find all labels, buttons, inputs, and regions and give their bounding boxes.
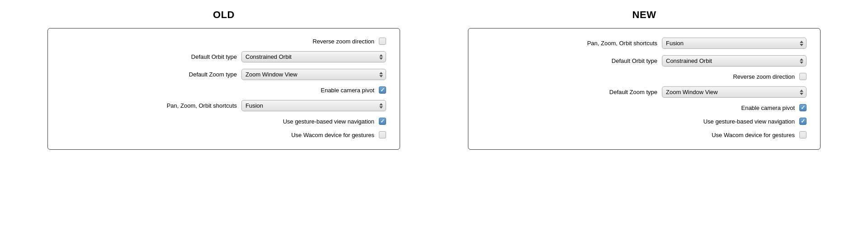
select-default-zoom-new[interactable]: Zoom Window View Zoom Extents Zoom Previ… — [662, 86, 807, 98]
checkbox-gesture-nav-old[interactable] — [379, 118, 386, 125]
checkbox-camera-pivot-old[interactable] — [379, 86, 386, 94]
new-panel: NEW Pan, Zoom, Orbit shortcuts Fusion So… — [434, 9, 854, 150]
select-pan-zoom-orbit-new[interactable]: Fusion SolidWorks Inventor Alias Maya — [662, 38, 807, 49]
row-default-orbit-new: Default Orbit type Constrained Orbit Fre… — [482, 55, 807, 67]
control-camera-pivot-old — [379, 86, 386, 94]
label-default-zoom-old: Default Zoom type — [189, 71, 237, 78]
select-wrapper-pan-zoom-orbit-new: Fusion SolidWorks Inventor Alias Maya — [662, 38, 807, 49]
checkbox-camera-pivot-new[interactable] — [799, 104, 807, 111]
label-pan-zoom-orbit-old: Pan, Zoom, Orbit shortcuts — [167, 102, 237, 109]
old-panel: OLD Reverse zoom direction Default Orbit… — [14, 9, 434, 150]
label-gesture-nav-new: Use gesture-based view navigation — [703, 118, 795, 125]
checkbox-wacom-new[interactable] — [799, 131, 807, 138]
select-wrapper-pan-zoom-orbit-old: Fusion SolidWorks Inventor Alias Maya — [241, 100, 386, 111]
row-gesture-nav-old: Use gesture-based view navigation — [61, 118, 386, 125]
select-default-orbit-old[interactable]: Constrained Orbit Free Orbit Turntable O… — [241, 51, 386, 62]
row-reverse-zoom-new: Reverse zoom direction — [482, 73, 807, 80]
label-pan-zoom-orbit-new: Pan, Zoom, Orbit shortcuts — [587, 40, 657, 47]
select-wrapper-default-zoom-new: Zoom Window View Zoom Extents Zoom Previ… — [662, 86, 807, 98]
label-gesture-nav-old: Use gesture-based view navigation — [283, 118, 374, 125]
select-pan-zoom-orbit-old[interactable]: Fusion SolidWorks Inventor Alias Maya — [241, 100, 386, 111]
control-default-orbit-new: Constrained Orbit Free Orbit Turntable O… — [662, 55, 807, 67]
control-reverse-zoom-old — [379, 38, 386, 45]
row-camera-pivot-new: Enable camera pivot — [482, 104, 807, 111]
select-wrapper-default-zoom-old: Zoom Window View Zoom Extents Zoom Previ… — [241, 69, 386, 80]
control-pan-zoom-orbit-new: Fusion SolidWorks Inventor Alias Maya — [662, 38, 807, 49]
label-default-zoom-new: Default Zoom type — [609, 89, 657, 95]
label-reverse-zoom-old: Reverse zoom direction — [312, 38, 374, 45]
row-default-zoom-new: Default Zoom type Zoom Window View Zoom … — [482, 86, 807, 98]
checkbox-reverse-zoom-old[interactable] — [379, 38, 386, 45]
select-default-zoom-old[interactable]: Zoom Window View Zoom Extents Zoom Previ… — [241, 69, 386, 80]
label-wacom-new: Use Wacom device for gestures — [712, 132, 795, 138]
new-settings-box: Pan, Zoom, Orbit shortcuts Fusion SolidW… — [468, 28, 821, 150]
checkbox-gesture-nav-new[interactable] — [799, 118, 807, 125]
control-camera-pivot-new — [799, 104, 807, 111]
row-wacom-old: Use Wacom device for gestures — [61, 131, 386, 138]
label-camera-pivot-new: Enable camera pivot — [741, 105, 795, 111]
row-pan-zoom-orbit-old: Pan, Zoom, Orbit shortcuts Fusion SolidW… — [61, 100, 386, 111]
control-default-zoom-old: Zoom Window View Zoom Extents Zoom Previ… — [241, 69, 386, 80]
label-default-orbit-old: Default Orbit type — [191, 53, 237, 60]
old-title: OLD — [213, 9, 235, 21]
row-wacom-new: Use Wacom device for gestures — [482, 131, 807, 138]
control-default-orbit-old: Constrained Orbit Free Orbit Turntable O… — [241, 51, 386, 62]
label-wacom-old: Use Wacom device for gestures — [291, 132, 374, 138]
control-gesture-nav-new — [799, 118, 807, 125]
row-camera-pivot-old: Enable camera pivot — [61, 86, 386, 94]
select-default-orbit-new[interactable]: Constrained Orbit Free Orbit Turntable O… — [662, 55, 807, 67]
label-default-orbit-new: Default Orbit type — [612, 57, 657, 64]
row-default-orbit-old: Default Orbit type Constrained Orbit Fre… — [61, 51, 386, 62]
control-pan-zoom-orbit-old: Fusion SolidWorks Inventor Alias Maya — [241, 100, 386, 111]
new-title: NEW — [632, 9, 656, 21]
select-wrapper-default-orbit-new: Constrained Orbit Free Orbit Turntable O… — [662, 55, 807, 67]
control-default-zoom-new: Zoom Window View Zoom Extents Zoom Previ… — [662, 86, 807, 98]
checkbox-wacom-old[interactable] — [379, 131, 386, 138]
control-gesture-nav-old — [379, 118, 386, 125]
control-wacom-old — [379, 131, 386, 138]
page-container: OLD Reverse zoom direction Default Orbit… — [14, 9, 854, 150]
control-wacom-new — [799, 131, 807, 138]
label-camera-pivot-old: Enable camera pivot — [321, 87, 374, 94]
row-pan-zoom-orbit-new: Pan, Zoom, Orbit shortcuts Fusion SolidW… — [482, 38, 807, 49]
row-gesture-nav-new: Use gesture-based view navigation — [482, 118, 807, 125]
label-reverse-zoom-new: Reverse zoom direction — [733, 73, 795, 80]
control-reverse-zoom-new — [799, 73, 807, 80]
row-reverse-zoom-old: Reverse zoom direction — [61, 38, 386, 45]
checkbox-reverse-zoom-new[interactable] — [799, 73, 807, 80]
old-settings-box: Reverse zoom direction Default Orbit typ… — [47, 28, 400, 150]
row-default-zoom-old: Default Zoom type Zoom Window View Zoom … — [61, 69, 386, 80]
select-wrapper-default-orbit-old: Constrained Orbit Free Orbit Turntable O… — [241, 51, 386, 62]
